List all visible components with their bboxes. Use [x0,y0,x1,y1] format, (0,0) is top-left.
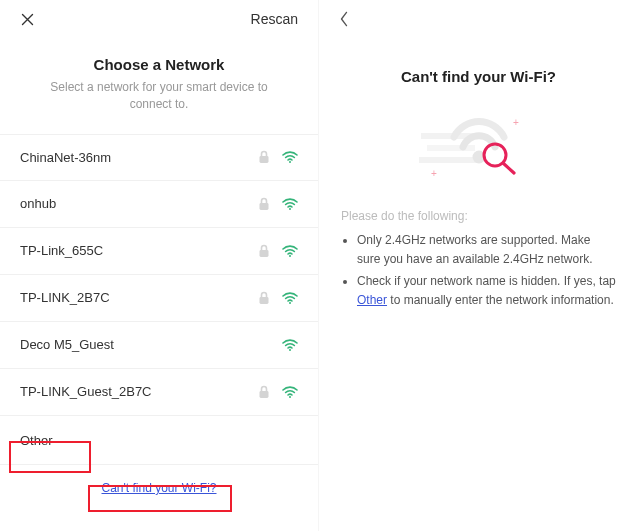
wifi-icon [282,198,298,210]
svg-point-3 [289,208,291,210]
other-network-row[interactable]: Other [0,418,318,465]
wifi-icon [282,292,298,304]
svg-point-8 [289,349,291,351]
svg-text:+: + [431,168,437,179]
wifi-icon [282,151,298,163]
network-ssid: Deco M5_Guest [20,337,282,352]
svg-rect-4 [260,250,269,257]
lock-icon [258,291,270,305]
lock-icon [258,385,270,399]
svg-rect-0 [260,156,269,163]
network-row[interactable]: onhub [0,181,318,228]
other-label: Other [20,433,298,448]
svg-rect-12 [427,145,475,151]
network-ssid: TP-LINK_Guest_2B7C [20,384,258,399]
lock-icon [258,244,270,258]
other-link-inline[interactable]: Other [357,293,387,307]
close-icon[interactable] [20,12,35,27]
bullet-hidden-network: Check if your network name is hidden. If… [357,272,616,309]
bullet-2-4ghz: Only 2.4GHz networks are supported. Make… [357,231,616,268]
network-row[interactable]: TP-LINK_2B7C [0,275,318,322]
cant-find-wifi-link[interactable]: Can't find your Wi-Fi? [0,481,318,495]
network-row[interactable]: TP-LINK_Guest_2B7C [0,369,318,416]
wifi-icon [282,339,298,351]
network-ssid: onhub [20,196,258,211]
network-ssid: TP-Link_655C [20,243,258,258]
svg-point-7 [289,302,291,304]
network-row[interactable]: ChinaNet-36nm [0,134,318,181]
wifi-icon [282,386,298,398]
wifi-icon [282,245,298,257]
svg-point-10 [289,396,291,398]
network-row[interactable]: Deco M5_Guest [0,322,318,369]
network-row[interactable]: TP-Link_655C [0,228,318,275]
lock-icon [258,150,270,164]
choose-network-title: Choose a Network [0,56,318,73]
svg-rect-6 [260,297,269,304]
wifi-search-illustration: + + [319,113,638,183]
svg-point-1 [289,161,291,163]
svg-text:+: + [513,117,519,128]
back-icon[interactable] [339,10,349,28]
network-ssid: TP-LINK_2B7C [20,290,258,305]
svg-line-18 [503,163,514,173]
rescan-button[interactable]: Rescan [251,11,298,27]
please-do-label: Please do the following: [341,209,616,223]
svg-point-5 [289,255,291,257]
cant-find-title: Can't find your Wi-Fi? [319,68,638,85]
svg-rect-2 [260,203,269,210]
svg-rect-13 [419,157,481,163]
network-ssid: ChinaNet-36nm [20,150,258,165]
lock-icon [258,197,270,211]
svg-rect-9 [260,391,269,398]
choose-network-subtitle: Select a network for your smart device t… [0,73,318,114]
